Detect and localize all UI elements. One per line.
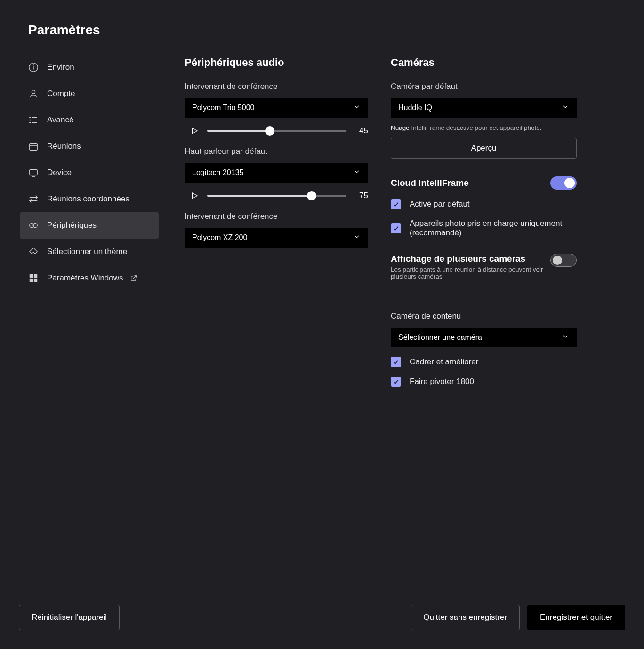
multi-camera-title: Affichage de plusieurs caméras (391, 254, 550, 264)
page-title: Paramètres (28, 23, 100, 38)
select-value: Huddle IQ (398, 104, 432, 112)
audio-title: Périphériques audio (185, 56, 368, 69)
sidebar-item-account[interactable]: Compte (20, 80, 159, 107)
sidebar-item-label: Sélectionner un thème (47, 247, 127, 256)
svg-rect-14 (30, 170, 38, 175)
supported-only-checkbox[interactable] (391, 223, 401, 233)
select-value: Sélectionner une caméra (398, 333, 482, 342)
default-speaker-label: Haut-parleur par défaut (185, 147, 368, 156)
svg-point-8 (30, 120, 31, 120)
chevron-down-icon (353, 168, 361, 177)
account-icon (28, 88, 39, 99)
sidebar-item-label: Réunions coordonnées (47, 194, 129, 204)
monitor-icon (28, 168, 39, 178)
crop-enhance-checkbox[interactable] (391, 357, 401, 367)
sidebar-item-advanced[interactable]: Avancé (20, 107, 159, 133)
sidebar-item-label: Réunions (47, 142, 81, 151)
svg-point-7 (30, 117, 31, 118)
conference-speaker-label: Intervenant de conférence (185, 82, 368, 91)
enabled-default-row: Activé par défaut (391, 199, 577, 209)
sidebar-item-coordinated[interactable]: Réunions coordonnées (20, 186, 159, 212)
cameras-section: Caméras Caméra par défaut Huddle IQ Nuag… (391, 56, 577, 387)
default-camera-label: Caméra par défaut (391, 82, 577, 91)
info-icon (28, 62, 39, 72)
volume-value: 75 (355, 191, 368, 200)
transfer-icon (28, 194, 39, 204)
svg-point-3 (32, 90, 35, 94)
crop-enhance-label: Cadrer et améliorer (410, 357, 478, 367)
sidebar-item-label: Compte (47, 89, 75, 98)
conference-speaker2-select[interactable]: Polycom XZ 200 (185, 228, 368, 248)
intelliframe-label: Cloud IntelliFrame (391, 178, 469, 188)
conference-speaker-volume-row: 45 (185, 126, 368, 136)
footer: Réinitialiser l'appareil Quitter sans en… (0, 605, 644, 630)
sidebar-item-meetings[interactable]: Réunions (20, 133, 159, 160)
content-camera-select[interactable]: Sélectionner une caméra (391, 328, 577, 347)
multi-camera-block: Affichage de plusieurs caméras Les parti… (391, 254, 577, 280)
sidebar-item-label: Paramètres Windows (47, 273, 123, 283)
sidebar-item-about[interactable]: Environ (20, 54, 159, 80)
select-value: Logitech 20135 (192, 168, 243, 177)
svg-point-2 (33, 65, 34, 65)
chevron-down-icon (353, 103, 361, 112)
list-icon (28, 115, 39, 125)
multi-camera-note: Les participants à une réunion à distanc… (391, 266, 550, 280)
svg-rect-10 (30, 144, 38, 151)
chevron-down-icon (562, 103, 569, 112)
content-camera-label: Caméra de contenu (391, 312, 577, 321)
preview-button[interactable]: Aperçu (391, 138, 577, 159)
slider-thumb[interactable] (307, 191, 316, 200)
rotate-row: Faire pivoter 1800 (391, 377, 577, 387)
play-test-sound-button[interactable] (190, 127, 199, 135)
slider-thumb[interactable] (265, 126, 274, 136)
select-value: Polycom Trio 5000 (192, 104, 255, 112)
cameras-title: Caméras (391, 56, 577, 69)
chevron-down-icon (562, 333, 569, 342)
sidebar: Environ Compte Avancé Réunions Device Ré… (20, 54, 159, 298)
sidebar-item-label: Environ (47, 63, 74, 72)
sidebar-item-peripherals[interactable]: Périphériques (20, 212, 159, 239)
intelliframe-toggle[interactable] (550, 176, 577, 190)
audio-section: Périphériques audio Intervenant de confé… (185, 56, 368, 387)
supported-only-row: Appareils photo pris en charge uniquemen… (391, 219, 577, 238)
sidebar-item-device[interactable]: Device (20, 160, 159, 186)
conference-speaker2-label: Intervenant de conférence (185, 212, 368, 221)
sidebar-item-windows-settings[interactable]: Paramètres Windows (20, 265, 159, 291)
volume-value: 45 (355, 126, 368, 136)
save-and-quit-button[interactable]: Enregistrer et quitter (527, 605, 625, 630)
sidebar-item-label: Avancé (47, 115, 73, 125)
enabled-default-label: Activé par défaut (410, 200, 470, 209)
default-speaker-select[interactable]: Logitech 20135 (185, 163, 368, 183)
enabled-default-checkbox[interactable] (391, 199, 401, 209)
quit-without-saving-button[interactable]: Quitter sans enregistrer (411, 605, 520, 630)
sidebar-separator (20, 298, 159, 298)
svg-rect-19 (34, 274, 37, 278)
default-camera-select[interactable]: Huddle IQ (391, 98, 577, 118)
gear-icon (28, 220, 39, 231)
content-area: Périphériques audio Intervenant de confé… (185, 56, 577, 387)
crop-enhance-row: Cadrer et améliorer (391, 357, 577, 367)
calendar-icon (28, 141, 39, 152)
chevron-down-icon (353, 233, 361, 242)
multi-camera-toggle[interactable] (550, 254, 577, 267)
volume-slider[interactable] (207, 195, 346, 197)
sidebar-item-theme[interactable]: Sélectionner un thème (20, 239, 159, 265)
svg-marker-23 (193, 193, 198, 199)
reset-device-button[interactable]: Réinitialiser l'appareil (19, 605, 120, 630)
select-value: Polycom XZ 200 (192, 233, 247, 242)
conference-speaker-select[interactable]: Polycom Trio 5000 (185, 98, 368, 118)
sidebar-item-label: Périphériques (47, 221, 97, 230)
external-link-icon (130, 274, 137, 282)
theme-icon (28, 247, 39, 257)
supported-only-label: Appareils photo pris en charge uniquemen… (410, 219, 577, 238)
play-test-sound-button[interactable] (190, 192, 199, 200)
sidebar-item-label: Device (47, 168, 72, 177)
svg-rect-21 (34, 279, 37, 282)
default-speaker-volume-row: 75 (185, 191, 368, 200)
rotate-label: Faire pivoter 1800 (410, 377, 474, 386)
windows-icon (28, 273, 39, 283)
svg-marker-22 (193, 128, 198, 134)
rotate-checkbox[interactable] (391, 377, 401, 387)
intelliframe-note: Nuage IntelliFrame désactivé pour cet ap… (391, 124, 577, 131)
volume-slider[interactable] (207, 130, 346, 132)
